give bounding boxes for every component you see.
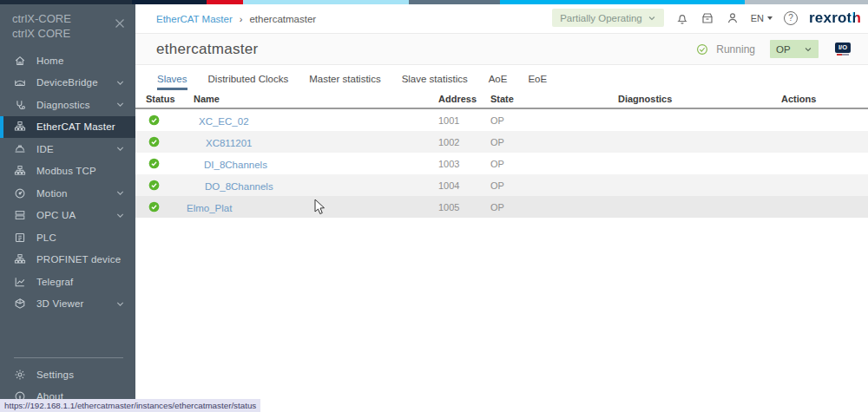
main-content: EtherCAT Master › ethercatmaster etherca… xyxy=(135,4,868,412)
tab-master-statistics[interactable]: Master statistics xyxy=(309,74,380,90)
chevron-down-icon xyxy=(115,144,125,154)
sidebar-item-label: Diagnostics xyxy=(36,100,90,110)
status-ok-icon xyxy=(148,201,160,213)
address-cell: 1004 xyxy=(438,180,490,191)
help-glyph: ? xyxy=(788,13,793,23)
status-cell xyxy=(146,201,187,213)
chart-icon xyxy=(14,276,26,288)
language-label: EN xyxy=(751,13,764,23)
io-badge-button[interactable]: I/O xyxy=(835,43,851,56)
column-header-name: Name xyxy=(187,94,438,104)
diagnostics-icon xyxy=(14,99,26,111)
network-tree-icon xyxy=(14,253,26,265)
tab-slaves[interactable]: Slaves xyxy=(157,74,187,90)
strip-segment xyxy=(745,0,868,4)
sidebar-item-3d-viewer[interactable]: 3D Viewer xyxy=(0,293,135,316)
tab-eoe[interactable]: EoE xyxy=(528,74,547,90)
hardhat-icon xyxy=(14,143,26,155)
state-cell: OP xyxy=(490,137,618,147)
notifications-bell-icon[interactable] xyxy=(675,11,689,25)
status-url: https://192.168.1.1/ethercatmaster/insta… xyxy=(4,401,256,410)
status-cell xyxy=(146,180,187,191)
status-cell xyxy=(146,136,187,147)
sidebar-item-opc-ua[interactable]: OPC UA xyxy=(0,205,135,227)
slave-link[interactable]: DI_8Channels xyxy=(204,160,267,170)
page-header: ethercatmaster Running OP I/O xyxy=(135,33,868,65)
tab-distributed-clocks[interactable]: Distributed Clocks xyxy=(208,74,289,90)
sidebar: ctrlX-CORE ctrlX CORE Home DeviceBridge … xyxy=(0,4,135,412)
status-cell xyxy=(146,114,187,126)
sidebar-item-settings[interactable]: Settings xyxy=(0,363,135,386)
master-state-select[interactable]: OP xyxy=(770,40,819,58)
sidebar-item-telegraf[interactable]: Telegraf xyxy=(0,271,135,293)
sidebar-item-label: Telegraf xyxy=(36,277,74,287)
caret-down-icon xyxy=(767,16,773,20)
gauge-icon xyxy=(14,187,26,199)
sidebar-menu: Home DeviceBridge Diagnostics EtherCAT M… xyxy=(0,49,135,315)
sidebar-item-label: Motion xyxy=(36,188,68,199)
gear-icon xyxy=(14,369,26,381)
page-title: ethercatmaster xyxy=(156,41,696,58)
device-state-label: Partially Operating xyxy=(560,13,642,23)
column-header-address: Address xyxy=(438,94,490,104)
sidebar-item-label: PLC xyxy=(36,232,56,243)
name-cell: XC811201 xyxy=(187,134,438,150)
plc-icon xyxy=(14,232,26,244)
user-icon[interactable] xyxy=(726,11,740,25)
column-header-diagnostics: Diagnostics xyxy=(618,94,781,104)
status-cell xyxy=(146,158,187,169)
sidebar-item-label: Home xyxy=(36,56,63,66)
sidebar-item-label: DeviceBridge xyxy=(36,77,98,88)
column-header-actions: Actions xyxy=(781,94,868,104)
breadcrumb-parent-link[interactable]: EtherCAT Master xyxy=(156,14,233,24)
state-cell: OP xyxy=(490,159,618,169)
slaves-table: Status Name Address State Diagnostics Ac… xyxy=(135,90,868,218)
state-cell: OP xyxy=(490,202,618,213)
chevron-down-icon xyxy=(115,188,125,198)
sidebar-item-ethercat-master[interactable]: EtherCAT Master xyxy=(0,116,135,139)
help-icon[interactable]: ? xyxy=(784,11,798,25)
slave-link[interactable]: Elmo_Plat xyxy=(187,203,232,213)
apps-box-icon[interactable] xyxy=(700,11,714,25)
server-icon xyxy=(14,209,26,221)
tab-slave-statistics[interactable]: Slave statistics xyxy=(402,74,468,90)
table-row: DO_8Channels 1004 OP xyxy=(135,174,868,196)
strip-segment xyxy=(243,0,409,4)
device-name: ctrlX-CORE xyxy=(12,11,127,26)
chevron-down-icon xyxy=(115,211,125,220)
device-state-dropdown[interactable]: Partially Operating xyxy=(552,9,664,27)
strip-segment xyxy=(132,0,207,4)
status-ok-icon xyxy=(148,114,160,126)
tab-aoe[interactable]: AoE xyxy=(489,74,508,90)
sidebar-item-devicebridge[interactable]: DeviceBridge xyxy=(0,72,135,95)
sidebar-close-icon[interactable] xyxy=(113,16,127,30)
sidebar-item-modbus-tcp[interactable]: Modbus TCP xyxy=(0,160,135,183)
slave-link[interactable]: XC811201 xyxy=(206,138,253,148)
chevron-down-icon xyxy=(804,45,812,54)
strip-segment xyxy=(409,0,500,4)
master-state-value: OP xyxy=(776,44,791,55)
language-selector[interactable]: EN xyxy=(751,13,773,23)
breadcrumb-current: ethercatmaster xyxy=(249,14,316,24)
check-circle-icon xyxy=(696,43,708,56)
chevron-down-icon xyxy=(115,299,125,309)
sidebar-item-home[interactable]: Home xyxy=(0,49,135,72)
name-cell: XC_EC_02 xyxy=(187,113,438,128)
strip-segment xyxy=(500,0,745,4)
sidebar-item-diagnostics[interactable]: Diagnostics xyxy=(0,94,135,116)
sidebar-item-label: Modbus TCP xyxy=(36,166,96,176)
sidebar-item-profinet-device[interactable]: PROFINET device xyxy=(0,249,135,271)
slave-link[interactable]: DO_8Channels xyxy=(205,181,273,192)
name-cell: DO_8Channels xyxy=(187,178,438,193)
table-row: XC811201 1002 OP xyxy=(135,131,868,153)
state-cell: OP xyxy=(490,180,618,191)
divider xyxy=(14,357,123,358)
sidebar-header: ctrlX-CORE ctrlX CORE xyxy=(0,4,135,46)
sidebar-item-motion[interactable]: Motion xyxy=(0,182,135,205)
status-ok-icon xyxy=(148,158,160,169)
io-badge-label: I/O xyxy=(835,43,851,53)
slave-link[interactable]: XC_EC_02 xyxy=(199,116,249,127)
header-controls: Partially Operating EN ? rexroth xyxy=(552,9,861,27)
sidebar-item-plc[interactable]: PLC xyxy=(0,226,135,249)
sidebar-item-ide[interactable]: IDE xyxy=(0,138,135,160)
